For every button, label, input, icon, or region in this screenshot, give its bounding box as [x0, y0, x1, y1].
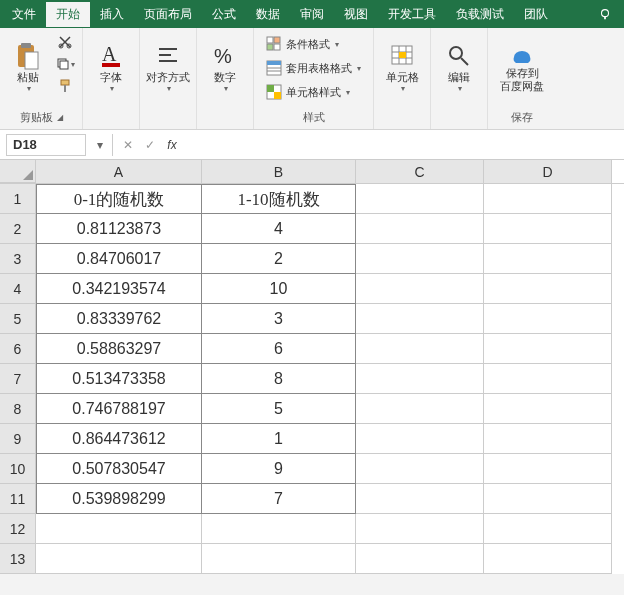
cell[interactable]: 10: [202, 274, 356, 304]
row-header[interactable]: 9: [0, 424, 36, 454]
cell[interactable]: 0.58863297: [36, 334, 202, 364]
enter-formula-icon[interactable]: ✓: [139, 138, 161, 152]
cell[interactable]: 0.513473358: [36, 364, 202, 394]
row-header[interactable]: 10: [0, 454, 36, 484]
row-header[interactable]: 13: [0, 544, 36, 574]
cell[interactable]: 5: [202, 394, 356, 424]
alignment-button[interactable]: 对齐方式▾: [146, 32, 190, 102]
number-button[interactable]: % 数字▾: [203, 32, 247, 102]
cell[interactable]: [356, 394, 484, 424]
tell-me-icon[interactable]: [588, 3, 622, 25]
tab-start[interactable]: 开始: [46, 2, 90, 27]
cell[interactable]: 1: [202, 424, 356, 454]
formula-input[interactable]: [183, 134, 624, 156]
row-header[interactable]: 3: [0, 244, 36, 274]
format-painter-button[interactable]: [54, 76, 76, 96]
tab-insert[interactable]: 插入: [90, 2, 134, 27]
cell[interactable]: 0.864473612: [36, 424, 202, 454]
copy-button[interactable]: ▾: [54, 54, 76, 74]
cells-button[interactable]: 单元格▾: [380, 32, 424, 102]
cell[interactable]: [36, 514, 202, 544]
name-box-dropdown[interactable]: ▾: [92, 138, 108, 152]
cell[interactable]: [484, 544, 612, 574]
cell[interactable]: 7: [202, 484, 356, 514]
select-all-corner[interactable]: [0, 160, 36, 183]
cell[interactable]: [484, 394, 612, 424]
tab-dev[interactable]: 开发工具: [378, 2, 446, 27]
cell[interactable]: [356, 544, 484, 574]
cell[interactable]: 0.539898299: [36, 484, 202, 514]
cell[interactable]: 0.746788197: [36, 394, 202, 424]
cell[interactable]: 9: [202, 454, 356, 484]
cell[interactable]: [484, 214, 612, 244]
cell[interactable]: [202, 514, 356, 544]
tab-load[interactable]: 负载测试: [446, 2, 514, 27]
tab-formula[interactable]: 公式: [202, 2, 246, 27]
font-button[interactable]: A 字体▾: [89, 32, 133, 102]
cell[interactable]: 0.342193574: [36, 274, 202, 304]
paste-button[interactable]: 粘贴▾: [6, 32, 50, 102]
editing-button[interactable]: 编辑▾: [437, 32, 481, 102]
row-header[interactable]: 1: [0, 184, 36, 214]
col-header-c[interactable]: C: [356, 160, 484, 183]
cell[interactable]: [356, 334, 484, 364]
save-baidu-button[interactable]: 保存到 百度网盘: [494, 32, 550, 102]
cell[interactable]: [484, 364, 612, 394]
tab-layout[interactable]: 页面布局: [134, 2, 202, 27]
cell[interactable]: [484, 424, 612, 454]
row-header[interactable]: 6: [0, 334, 36, 364]
row-header[interactable]: 4: [0, 274, 36, 304]
cell[interactable]: [356, 274, 484, 304]
row-header[interactable]: 5: [0, 304, 36, 334]
cell[interactable]: [484, 514, 612, 544]
tab-file[interactable]: 文件: [2, 2, 46, 27]
cell[interactable]: 0.507830547: [36, 454, 202, 484]
fx-icon[interactable]: fx: [161, 138, 183, 152]
cell[interactable]: [36, 544, 202, 574]
cut-button[interactable]: [54, 32, 76, 52]
cell[interactable]: [356, 484, 484, 514]
cell[interactable]: [484, 244, 612, 274]
row-header[interactable]: 11: [0, 484, 36, 514]
tab-team[interactable]: 团队: [514, 2, 558, 27]
cell[interactable]: [356, 364, 484, 394]
cell[interactable]: 0-1的随机数: [36, 184, 202, 214]
cell[interactable]: 0.83339762: [36, 304, 202, 334]
cell[interactable]: 1-10随机数: [202, 184, 356, 214]
cell[interactable]: [484, 184, 612, 214]
cell[interactable]: [484, 304, 612, 334]
col-header-d[interactable]: D: [484, 160, 612, 183]
cell[interactable]: [356, 454, 484, 484]
tab-review[interactable]: 审阅: [290, 2, 334, 27]
cell[interactable]: 0.81123873: [36, 214, 202, 244]
conditional-format-button[interactable]: 条件格式▾: [266, 34, 339, 54]
cell[interactable]: 2: [202, 244, 356, 274]
col-header-b[interactable]: B: [202, 160, 356, 183]
cell[interactable]: [484, 454, 612, 484]
row-header[interactable]: 2: [0, 214, 36, 244]
tab-view[interactable]: 视图: [334, 2, 378, 27]
row-header[interactable]: 7: [0, 364, 36, 394]
tab-data[interactable]: 数据: [246, 2, 290, 27]
cell[interactable]: [356, 304, 484, 334]
cell[interactable]: 3: [202, 304, 356, 334]
cell[interactable]: [484, 274, 612, 304]
row-header[interactable]: 12: [0, 514, 36, 544]
cell[interactable]: [484, 484, 612, 514]
name-box[interactable]: D18: [6, 134, 86, 156]
cell[interactable]: [356, 514, 484, 544]
cell[interactable]: 6: [202, 334, 356, 364]
cell[interactable]: 8: [202, 364, 356, 394]
cell[interactable]: [356, 214, 484, 244]
cancel-formula-icon[interactable]: ✕: [117, 138, 139, 152]
cell-styles-button[interactable]: 单元格样式▾: [266, 82, 350, 102]
cell[interactable]: [202, 544, 356, 574]
cell[interactable]: [356, 244, 484, 274]
cell[interactable]: 4: [202, 214, 356, 244]
cell[interactable]: [356, 184, 484, 214]
cell[interactable]: 0.84706017: [36, 244, 202, 274]
row-header[interactable]: 8: [0, 394, 36, 424]
col-header-a[interactable]: A: [36, 160, 202, 183]
cell[interactable]: [484, 334, 612, 364]
table-format-button[interactable]: 套用表格格式▾: [266, 58, 361, 78]
